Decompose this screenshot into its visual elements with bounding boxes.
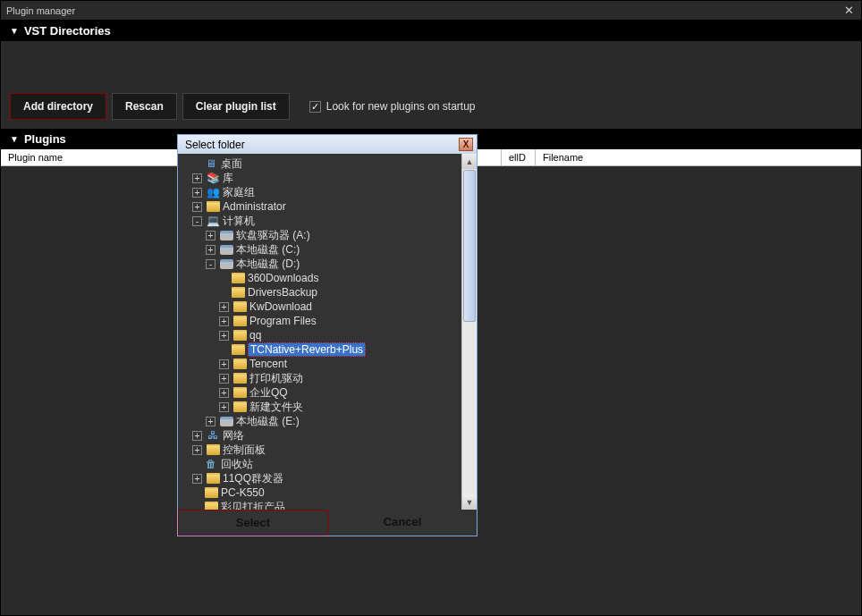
tree-item[interactable]: +打印机驱动 (180, 371, 460, 385)
folder-icon (232, 329, 247, 342)
tree-item[interactable]: +👥家庭组 (180, 185, 460, 199)
dialog-title: Select folder (185, 139, 245, 151)
tree-item[interactable]: +KwDownload (180, 300, 460, 314)
expand-icon[interactable]: + (219, 374, 229, 384)
tree-item[interactable]: +新建文件夹 (180, 400, 460, 414)
close-icon[interactable]: ✕ (844, 4, 854, 17)
collapse-icon[interactable]: - (192, 216, 202, 226)
folder-tree[interactable]: 🖥桌面+📚库+👥家庭组+Administrator-💻计算机+软盘驱动器 (A:… (178, 154, 461, 510)
tree-item-label: 家庭组 (223, 185, 255, 200)
tree-item[interactable]: +Program Files (180, 314, 460, 328)
tree-item-label: qq (249, 329, 261, 342)
tree-item[interactable]: 🗑回收站 (180, 457, 460, 471)
scroll-down-icon[interactable]: ▼ (462, 494, 477, 510)
tree-item-label: 360Downloads (248, 272, 318, 284)
expand-icon[interactable]: + (206, 231, 216, 240)
tree-item[interactable]: +企业QQ (180, 385, 460, 400)
dialog-titlebar[interactable]: Select folder X (178, 135, 477, 154)
tree-item-label: PC-K550 (221, 486, 265, 499)
collapse-icon[interactable]: - (206, 259, 216, 269)
scroll-thumb[interactable] (463, 170, 476, 322)
expand-icon[interactable]: + (192, 188, 202, 198)
expand-icon[interactable]: + (219, 302, 229, 312)
expand-icon[interactable]: + (219, 331, 229, 341)
folder-icon (232, 386, 247, 399)
expand-icon[interactable]: + (219, 359, 229, 369)
tree-item-label: Administrator (223, 200, 286, 213)
expand-icon[interactable]: + (206, 417, 216, 426)
expand-icon[interactable]: + (192, 474, 202, 484)
folder-icon (232, 300, 247, 313)
tree-item-label: 11QQ群发器 (223, 471, 283, 486)
drive-icon (219, 257, 233, 270)
dialog-close-button[interactable]: X (459, 138, 473, 151)
tree-item[interactable]: PC-K550 (180, 485, 460, 500)
folder-icon (232, 315, 247, 327)
tree-item[interactable]: 🖥桌面 (180, 156, 460, 171)
tree-item[interactable]: +软盘驱动器 (A:) (180, 228, 460, 242)
scroll-up-icon[interactable]: ▲ (462, 154, 477, 169)
tree-item-label: 回收站 (221, 457, 253, 472)
tree-item[interactable]: +Tencent (180, 357, 460, 371)
dialog-button-row: Select Cancel (178, 510, 477, 536)
expand-icon[interactable]: + (192, 431, 202, 441)
scrollbar[interactable]: ▲ ▼ (461, 154, 477, 510)
tree-item-label: 网络 (223, 428, 244, 443)
tree-item[interactable]: +🖧网络 (180, 428, 460, 443)
expand-icon[interactable]: + (206, 245, 216, 255)
tree-item[interactable]: +本地磁盘 (C:) (180, 242, 460, 257)
tree-item-label: KwDownload (249, 300, 312, 313)
folder-icon (206, 472, 220, 485)
select-folder-dialog: Select folder X 🖥桌面+📚库+👥家庭组+Administrato… (177, 134, 477, 536)
tree-item[interactable]: +控制面板 (180, 443, 460, 457)
tree-item[interactable]: DriversBackup (180, 285, 460, 300)
tree-item[interactable]: 360Downloads (180, 271, 460, 285)
rescan-button[interactable]: Rescan (112, 93, 177, 120)
expand-icon[interactable]: + (192, 445, 202, 455)
tree-item-label: Tencent (249, 358, 287, 370)
vst-section-header[interactable]: ▼ VST Directories (1, 21, 861, 41)
homegroup-icon: 👥 (206, 186, 220, 198)
expand-icon[interactable]: + (219, 402, 229, 412)
tree-item-label: 计算机 (223, 214, 255, 229)
tree-item-label: 彩贝打折产品 (221, 500, 285, 511)
network-icon: 🖧 (206, 429, 220, 442)
desktop-icon: 🖥 (204, 157, 218, 170)
expand-icon[interactable]: + (219, 388, 229, 398)
clear-plugin-list-button[interactable]: Clear plugin list (182, 93, 290, 120)
select-button[interactable]: Select (178, 510, 328, 536)
startup-checkbox[interactable]: ✓ (309, 101, 321, 113)
tree-item[interactable]: TCNative+Reverb+Plus (180, 342, 460, 357)
collapse-icon: ▼ (10, 26, 19, 36)
folder-icon (231, 272, 245, 284)
expand-icon[interactable]: + (192, 173, 202, 183)
folder-icon (232, 358, 247, 370)
control-panel-icon (206, 443, 220, 456)
expand-icon[interactable]: + (192, 202, 202, 212)
drive-icon (219, 243, 233, 256)
plugins-section-title: Plugins (24, 132, 66, 146)
expand-icon[interactable]: + (219, 316, 229, 326)
tree-item-label: DriversBackup (248, 286, 317, 299)
col-cell-id[interactable]: ellD (502, 149, 536, 165)
vst-toolbar: Add directory Rescan Clear plugin list ✓… (1, 41, 861, 129)
drive-icon (219, 415, 233, 427)
add-directory-button[interactable]: Add directory (10, 93, 106, 120)
tree-item[interactable]: +Administrator (180, 199, 460, 214)
vst-section-title: VST Directories (24, 24, 111, 38)
window-title: Plugin manager (6, 5, 75, 16)
col-filename[interactable]: Filename (536, 149, 861, 165)
collapse-icon: ▼ (10, 134, 19, 144)
folder-icon (231, 286, 245, 299)
tree-item-label: 本地磁盘 (C:) (236, 242, 300, 257)
cancel-button[interactable]: Cancel (328, 510, 477, 536)
tree-item[interactable]: +📚库 (180, 171, 460, 185)
tree-item[interactable]: -本地磁盘 (D:) (180, 257, 460, 271)
tree-item-label: 桌面 (221, 156, 242, 172)
tree-item[interactable]: +本地磁盘 (E:) (180, 414, 460, 428)
tree-item[interactable]: 彩贝打折产品 (180, 500, 460, 510)
tree-item[interactable]: +qq (180, 328, 460, 342)
tree-item[interactable]: +11QQ群发器 (180, 471, 460, 485)
tree-item[interactable]: -💻计算机 (180, 214, 460, 228)
titlebar: Plugin manager ✕ (1, 1, 861, 21)
